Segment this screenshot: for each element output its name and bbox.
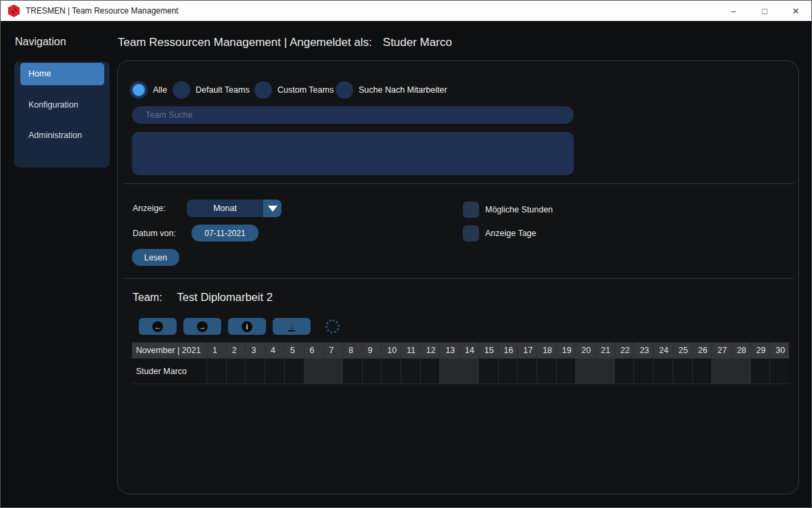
lesen-button[interactable]: Lesen: [132, 249, 179, 266]
day-header-cell: 29: [750, 342, 770, 359]
download-button[interactable]: ↓: [273, 318, 311, 335]
day-cell[interactable]: [323, 359, 342, 384]
day-cell[interactable]: [381, 359, 401, 384]
checkbox-label: Anzeige Tage: [485, 229, 537, 238]
day-cell[interactable]: [439, 359, 459, 384]
loading-spinner-icon: [325, 319, 340, 333]
day-header-cell: 17: [517, 342, 537, 359]
download-icon: ↓: [288, 322, 296, 331]
app-window: TRESMEN | Team Resource Management –□✕ N…: [0, 0, 812, 508]
day-header-cell: 30: [769, 342, 789, 359]
sidebar-item-administration[interactable]: Administration: [20, 124, 104, 147]
day-header-cell: 9: [362, 342, 382, 359]
radio-circle-icon[interactable]: [336, 81, 353, 99]
day-header-cell: 11: [401, 342, 420, 359]
day-header-cell: 20: [575, 342, 595, 359]
day-header-cell: 19: [556, 342, 576, 359]
chevron-down-icon[interactable]: [263, 200, 281, 217]
radio-default-teams[interactable]: Default Teams: [173, 81, 250, 99]
radio-suche-nach-mitarbeiter[interactable]: Suche Nach Mitarbeiter: [336, 81, 447, 99]
day-cell[interactable]: [459, 359, 478, 384]
checkbox-group: Mögliche StundenAnzeige Tage: [463, 202, 553, 249]
day-cell[interactable]: [342, 359, 362, 384]
page-header: Team Ressourcen Management | Angemeldet …: [118, 36, 452, 49]
day-cell[interactable]: [517, 359, 537, 384]
arrow-left-circle-icon: ←: [152, 321, 163, 332]
radio-alle[interactable]: Alle: [130, 81, 167, 99]
arrow-right-circle-icon: →: [197, 321, 208, 332]
radio-circle-icon[interactable]: [173, 81, 190, 99]
employee-name-cell: Studer Marco: [132, 359, 206, 384]
day-cell[interactable]: [750, 359, 770, 384]
team-row: Team:Test Diplomarbeit 2: [133, 291, 273, 304]
main-panel: AlleDefault TeamsCustom TeamsSuche Nach …: [117, 60, 799, 494]
radio-circle-icon[interactable]: [254, 81, 272, 99]
radio-circle-icon[interactable]: [130, 81, 148, 99]
day-cell[interactable]: [478, 359, 498, 384]
day-header-cell: 23: [633, 342, 653, 359]
team-label: Team:: [133, 292, 162, 303]
radio-label: Suche Nach Mitarbeiter: [359, 85, 447, 95]
divider: [123, 183, 794, 184]
day-header-cell: 24: [653, 342, 673, 359]
day-cell[interactable]: [362, 359, 382, 384]
checkbox-box-icon[interactable]: [463, 202, 479, 218]
day-cell[interactable]: [556, 359, 576, 384]
month-header-cell: November | 2021: [132, 342, 206, 359]
next-button[interactable]: →: [183, 318, 221, 335]
sidebar-item-konfiguration[interactable]: Konfiguration: [20, 94, 104, 116]
day-cell[interactable]: [304, 359, 323, 384]
day-cell[interactable]: [284, 359, 304, 384]
day-header-cell: 16: [498, 342, 518, 359]
day-cell[interactable]: [769, 359, 789, 384]
day-header-cell: 21: [595, 342, 614, 359]
anzeige-dropdown[interactable]: Monat: [187, 200, 281, 217]
team-search-input[interactable]: [132, 106, 574, 124]
day-header-cell: 15: [478, 342, 498, 359]
app-logo-icon: [8, 5, 20, 18]
checkbox-m-gliche-stunden[interactable]: Mögliche Stunden: [463, 202, 553, 218]
day-cell[interactable]: [575, 359, 595, 384]
sidebar-item-home[interactable]: Home: [20, 63, 104, 85]
day-cell[interactable]: [692, 359, 712, 384]
minimize-button[interactable]: –: [718, 1, 749, 21]
titlebar: TRESMEN | Team Resource Management –□✕: [1, 1, 811, 21]
day-cell[interactable]: [206, 359, 226, 384]
sidebar-heading: Navigation: [15, 36, 66, 48]
checkbox-box-icon[interactable]: [463, 225, 479, 241]
day-cell[interactable]: [614, 359, 634, 384]
day-cell[interactable]: [595, 359, 614, 384]
day-header-cell: 2: [226, 342, 246, 359]
day-cell[interactable]: [673, 359, 692, 384]
checkbox-anzeige-tage[interactable]: Anzeige Tage: [463, 225, 553, 241]
day-cell[interactable]: [653, 359, 673, 384]
day-header-cell: 18: [537, 342, 556, 359]
sidebar-menu: HomeKonfigurationAdministration: [14, 62, 110, 168]
table-row: Studer Marco: [132, 359, 789, 384]
day-header-cell: 6: [304, 342, 323, 359]
team-list-box[interactable]: [132, 132, 574, 175]
previous-button[interactable]: ←: [139, 318, 177, 335]
day-cell[interactable]: [265, 359, 284, 384]
close-button[interactable]: ✕: [780, 1, 811, 21]
info-button[interactable]: i: [228, 318, 266, 335]
day-cell[interactable]: [226, 359, 246, 384]
day-header-cell: 22: [614, 342, 634, 359]
radio-custom-teams[interactable]: Custom Teams: [254, 81, 334, 99]
day-cell[interactable]: [711, 359, 731, 384]
day-header-cell: 13: [439, 342, 459, 359]
day-cell[interactable]: [420, 359, 440, 384]
day-cell[interactable]: [245, 359, 265, 384]
checkbox-label: Mögliche Stunden: [485, 205, 553, 214]
day-header-cell: 8: [342, 342, 362, 359]
window-title: TRESMEN | Team Resource Management: [26, 6, 179, 16]
day-cell[interactable]: [498, 359, 518, 384]
day-cell[interactable]: [633, 359, 653, 384]
day-cell[interactable]: [731, 359, 750, 384]
day-header-cell: 3: [245, 342, 265, 359]
day-header-cell: 25: [673, 342, 692, 359]
day-cell[interactable]: [537, 359, 556, 384]
day-cell[interactable]: [401, 359, 420, 384]
maximize-button[interactable]: □: [749, 1, 780, 21]
date-picker-button[interactable]: 07-11-2021: [191, 225, 258, 241]
